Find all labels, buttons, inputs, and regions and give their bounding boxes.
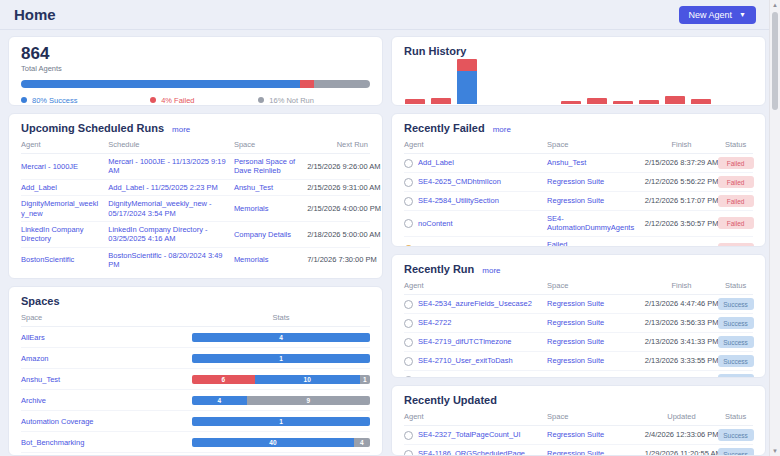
table-row: SE4-2722Regression Suite2/13/2026 3:56:3… [404,314,753,333]
agent-link[interactable]: SE4-2719_difUTCTimezone [418,337,520,346]
next-run-time: 2/18/2026 5:00:00 AM [307,230,370,239]
space-link[interactable]: Anshu_Test [234,183,307,192]
upcoming-more-link[interactable]: more [172,125,190,134]
space-name-link[interactable]: Anshu_Test [21,375,192,384]
space-link[interactable]: Anshu_Test [547,158,645,167]
schedule-link[interactable]: Mercari - 1000JE - 11/13/2025 9:19 AM [108,157,234,176]
agent-link[interactable]: BostonScientific [21,255,108,264]
agent-link[interactable]: SE4-2625_CMDhtmlIcon [418,177,509,186]
agent-link[interactable]: SE4-2584_UtilitySection [418,196,507,205]
scroll-up-arrow-icon[interactable]: ▲ [770,0,780,10]
agent-link[interactable]: SE4-2534_azureFields_Usecase2 [418,299,540,308]
table-row: SE4-2159 Run 15Min intentionallyFailed r… [404,237,753,247]
space-row: Anshu_Test6101 [21,369,370,390]
schedule-link[interactable]: BostonScientific - 08/20/2024 3:49 PM [108,251,234,270]
right-column: Run History Recently Failed more AgentSp… [391,36,766,456]
space-link[interactable]: Regression Suite [547,337,645,346]
finish-time: 2/13/2026 3:41:33 PM [645,337,718,346]
agent-link[interactable]: SE4-2710_Orgadmin_exitToDash [418,375,538,378]
space-link[interactable]: Regression Suite [547,356,645,365]
space-link[interactable]: Failed regressionSuitAgents [547,240,645,247]
space-link[interactable]: Regression Suite [547,196,645,205]
schedule-link[interactable]: Add_Label - 11/25/2025 2:23 PM [108,183,234,192]
space-name-link[interactable]: Archive [21,396,192,405]
table-row: SE4-2534_azureFields_Usecase2Regression … [404,295,753,314]
status-badge: Success [718,374,754,378]
chevron-down-icon: ▼ [739,11,746,18]
space-link[interactable]: Regression Suite [547,430,645,439]
agent-link[interactable]: SE4-2159 Run 15Min intentionally [418,244,539,247]
legend-dot-icon [21,97,27,103]
scroll-down-arrow-icon[interactable]: ▼ [770,446,780,456]
space-link[interactable]: Regression Suite [547,177,645,186]
upcoming-scheduled-runs-card: Upcoming Scheduled Runs more AgentSchedu… [8,113,383,279]
agent-link[interactable]: Mercari - 1000JE [21,162,108,171]
new-agent-button[interactable]: New Agent ▼ [679,6,756,24]
stats-bar-segment: 4 [192,333,370,342]
finish-time: 2/12/2026 5:56:22 PM [645,177,718,186]
finish-time: 1/29/2026 11:20:55 AM [645,449,718,456]
agent-link[interactable]: noContent [418,219,461,228]
legend-label: 80% Success [32,96,77,105]
scrollbar-thumb[interactable] [772,12,778,110]
vertical-scrollbar[interactable]: ▲ ▼ [769,0,780,456]
finish-time: 2/12/2026 3:50:57 PM [645,219,718,228]
status-badge: Failed [718,243,754,247]
agent-link[interactable]: Add_Label [21,183,108,192]
progress-segment [314,80,370,88]
recently-run-more-link[interactable]: more [482,266,500,275]
agent-icon [404,376,413,379]
legend-item: 4% Failed [150,96,258,105]
column-header: Agent [404,281,547,290]
finish-time: 2/13/2026 3:33:09 PM [645,375,718,378]
total-agents-label: Total Agents [21,64,370,73]
space-link[interactable]: SE4-AutomationDummyAgents [547,214,645,233]
space-link[interactable]: Memorials [234,204,307,213]
history-bar [613,101,633,104]
space-name-link[interactable]: Amazon [21,354,192,363]
column-header: Space [547,281,645,290]
recently-updated-table: AgentSpaceUpdatedStatusSE4-2327_TotalPag… [404,409,753,456]
dashboard-content: 864 Total Agents 80% Success4% Failed16%… [0,30,780,456]
agent-icon [404,197,413,206]
total-agents-count: 864 [21,45,370,63]
space-link[interactable]: Regression Suite [547,375,645,378]
space-link[interactable]: Regression Suite [547,449,645,456]
column-header: Status [718,140,753,149]
agent-link[interactable]: Add_Label [418,158,462,167]
space-link[interactable]: Memorials [234,255,307,264]
stats-bar-segment: 1 [192,417,370,426]
status-badge: Success [718,448,754,456]
space-link[interactable]: Regression Suite [547,299,645,308]
agent-link[interactable]: DignityMemorial_weekly_new [21,199,108,218]
schedule-link[interactable]: DignityMemorial_weekly_new - 05/17/2024 … [108,199,234,218]
recently-failed-more-link[interactable]: more [493,125,511,134]
status-badge: Success [718,355,754,367]
next-run-time: 7/1/2026 7:30:00 PM [307,255,370,264]
agent-cell: SE4-2719_difUTCTimezone [404,337,547,346]
agent-link[interactable]: SE4-2327_TotalPageCount_UI [418,430,529,439]
agent-link[interactable]: SE4-2710_User_exitToDash [418,356,521,365]
agent-link[interactable]: SE4-1186_ORGScheduledPage [418,449,533,456]
finish-time: 2/13/2026 4:47:46 PM [645,299,718,308]
column-header: Status [718,412,753,421]
recently-updated-title: Recently Updated [404,394,497,406]
space-name-link[interactable]: Automation Coverage [21,417,192,426]
space-name-link[interactable]: Bot_Benchmarking [21,438,192,447]
agent-cell: SE4-2710_Orgadmin_exitToDash [404,375,547,378]
status-badge: Failed [718,157,754,169]
space-link[interactable]: Regression Suite [547,318,645,327]
agent-link[interactable]: LinkedIn Company Directory [21,225,108,244]
schedule-link[interactable]: LinkedIn Company Directory - 03/25/2025 … [108,225,234,244]
spaces-table: SpaceStatsAllEars4Amazon1Anshu_Test6101A… [21,310,370,456]
next-run-time: 2/15/2026 9:31:00 AM [307,183,370,192]
status-badge: Success [718,336,754,348]
column-header: Schedule [108,140,234,149]
space-link[interactable]: Company Details [234,230,307,239]
run-history-chart [404,60,753,104]
agent-link[interactable]: SE4-2722 [418,318,459,327]
failed-bar-segment [587,98,607,104]
space-link[interactable]: Personal Space of Dave Reinlieb [234,157,307,176]
space-name-link[interactable]: AllEars [21,333,192,342]
table-row: Add_LabelAdd_Label - 11/25/2025 2:23 PMA… [21,180,370,196]
